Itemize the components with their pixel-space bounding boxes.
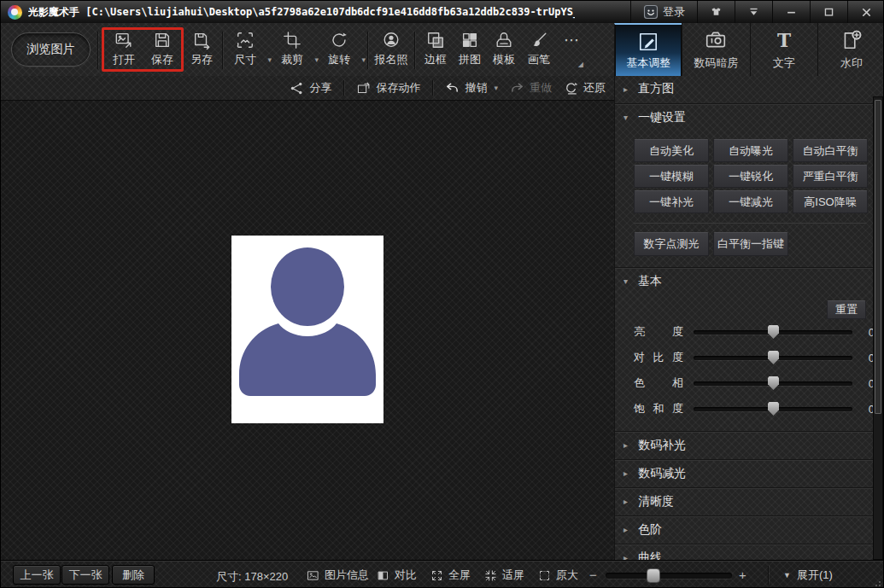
contrast-slider[interactable]	[694, 351, 852, 364]
panel-scrollbar[interactable]	[873, 96, 883, 560]
zoom-in-button[interactable]: +	[739, 568, 746, 582]
compare-button[interactable]: 对比	[377, 561, 417, 588]
save-action-label: 保存动作	[376, 80, 420, 96]
app-window: 光影魔术手 [C:\Users\liujiahui\Desktop\a5f279…	[0, 0, 884, 588]
user-avatar-icon	[643, 4, 659, 20]
darkroom-camera-icon	[705, 29, 727, 51]
image-info-icon	[307, 569, 319, 582]
share-icon	[290, 81, 304, 96]
contrast-slider-thumb[interactable]	[768, 351, 779, 364]
skin-button[interactable]	[697, 1, 735, 23]
histogram-label: 直方图	[638, 81, 674, 96]
resize-dropdown-arrow-icon[interactable]: ▾	[267, 55, 272, 64]
digital-reduce-light-label: 数码减光	[638, 466, 686, 481]
zoom-out-button[interactable]: −	[589, 568, 597, 582]
delete-image-button[interactable]: 删除	[112, 565, 155, 585]
severe-white-balance-button[interactable]: 严重白平衡	[793, 165, 868, 188]
brush-icon	[530, 31, 548, 49]
rotate-button[interactable]: 旋转 ▾	[322, 28, 356, 71]
tab-digital-darkroom[interactable]: 数码暗房	[682, 23, 749, 76]
section-digital-reduce-light[interactable]: ▸ 数码减光	[615, 460, 873, 486]
border-button[interactable]: 边框	[419, 28, 453, 71]
hue-slider-thumb[interactable]	[768, 376, 779, 390]
saturation-slider-thumb[interactable]	[768, 402, 779, 416]
zoom-slider-thumb[interactable]	[647, 568, 660, 583]
save-as-button[interactable]: 另存	[184, 28, 219, 71]
rotate-dropdown-arrow-icon[interactable]: ▾	[361, 55, 366, 64]
saturation-label: 饱和度	[634, 401, 683, 416]
section-basic[interactable]: ▾ 基本	[615, 268, 873, 294]
tab-watermark[interactable]: 水印	[817, 23, 884, 76]
maximize-button[interactable]	[810, 1, 847, 23]
share-button[interactable]: 分享	[290, 80, 331, 96]
zoom-slider[interactable]	[606, 573, 732, 579]
brightness-slider-thumb[interactable]	[768, 325, 779, 339]
collage-button[interactable]: 拼图	[453, 28, 487, 71]
redo-button[interactable]: 重做	[510, 80, 552, 96]
open-button[interactable]: 打开	[107, 28, 141, 71]
template-button[interactable]: 模板	[487, 28, 521, 71]
collapse-window-button[interactable]	[735, 1, 772, 23]
minimize-icon	[785, 6, 798, 19]
maximize-icon	[823, 6, 835, 19]
section-levels[interactable]: ▸ 色阶	[615, 516, 873, 542]
save-action-button[interactable]: 保存动作	[356, 80, 420, 96]
text-icon: T	[773, 29, 795, 51]
minimize-button[interactable]	[772, 1, 810, 23]
section-histogram[interactable]: ▸ 直方图	[615, 76, 873, 102]
white-balance-one-key-button[interactable]: 白平衡一指键	[713, 232, 788, 256]
crop-label: 裁剪	[281, 52, 303, 67]
image-info-button[interactable]: 图片信息	[307, 561, 369, 588]
titlebar: 光影魔术手 [C:\Users\liujiahui\Desktop\a5f279…	[1, 1, 884, 23]
basic-adjust-icon	[637, 31, 659, 53]
restore-label: 还原	[583, 80, 606, 96]
one-key-fill-light-button[interactable]: 一键补光	[634, 190, 709, 213]
reset-button[interactable]: 重置	[827, 300, 866, 319]
avatar-placeholder-image	[231, 236, 383, 423]
svg-text:T: T	[777, 30, 791, 51]
one-key-blur-button[interactable]: 一键模糊	[634, 165, 709, 188]
auto-white-balance-button[interactable]: 自动白平衡	[793, 139, 868, 162]
undo-button[interactable]: 撤销 ▾	[445, 80, 498, 96]
panel-scrollbar-thumb[interactable]	[875, 100, 881, 414]
browse-images-button[interactable]: 浏览图片	[11, 32, 91, 67]
section-one-key[interactable]: ▾ 一键设置	[615, 104, 873, 130]
crop-button[interactable]: 裁剪 ▾	[275, 28, 309, 71]
tab-text[interactable]: T 文字	[750, 23, 817, 76]
fill-light-collapsed-arrow-icon: ▸	[623, 440, 630, 450]
hue-slider[interactable]	[694, 376, 852, 390]
auto-beautify-button[interactable]: 自动美化	[634, 139, 709, 162]
digital-spot-metering-button[interactable]: 数字点测光	[634, 232, 709, 256]
saturation-slider[interactable]	[694, 402, 852, 416]
section-curves[interactable]: ▸ 曲线	[615, 544, 873, 560]
more-tools-button[interactable]: ⋯ ◢	[556, 28, 587, 71]
auto-exposure-button[interactable]: 自动曝光	[713, 139, 788, 162]
save-button[interactable]: 保存	[145, 28, 179, 71]
original-size-icon	[538, 569, 551, 582]
crop-dropdown-arrow-icon[interactable]: ▾	[314, 55, 319, 64]
one-key-reduce-light-button[interactable]: 一键减光	[713, 190, 788, 213]
original-size-button[interactable]: 原大	[538, 561, 578, 588]
resize-button[interactable]: 尺寸 ▾	[228, 28, 262, 71]
fullscreen-button[interactable]: 全屏	[430, 561, 471, 588]
resize-grip[interactable]	[875, 579, 883, 587]
tab-basic-adjust[interactable]: 基本调整	[614, 23, 682, 76]
restore-button[interactable]: 还原	[564, 80, 606, 96]
login-button[interactable]: 登录	[630, 1, 697, 23]
levels-collapsed-arrow-icon: ▸	[623, 525, 630, 534]
close-button[interactable]	[847, 1, 884, 23]
one-key-sharpen-button[interactable]: 一键锐化	[713, 165, 788, 188]
id-photo-button[interactable]: 报名照	[371, 28, 412, 71]
undo-dropdown-arrow-icon[interactable]: ▾	[494, 84, 498, 92]
expand-panel-button[interactable]: ▼ 展开(1)	[783, 561, 833, 588]
undo-icon	[445, 81, 460, 96]
fit-screen-button[interactable]: 适屏	[484, 561, 524, 588]
brush-button[interactable]: 画笔	[522, 28, 556, 71]
high-iso-denoise-button[interactable]: 高ISO降噪	[793, 190, 868, 213]
section-digital-fill-light[interactable]: ▸ 数码补光	[615, 432, 873, 457]
brightness-slider[interactable]	[694, 325, 852, 339]
next-image-button[interactable]: 下一张	[61, 565, 109, 585]
previous-image-button[interactable]: 上一张	[13, 565, 61, 585]
save-as-label: 另存	[190, 52, 213, 67]
section-clarity[interactable]: ▸ 清晰度	[615, 488, 873, 514]
